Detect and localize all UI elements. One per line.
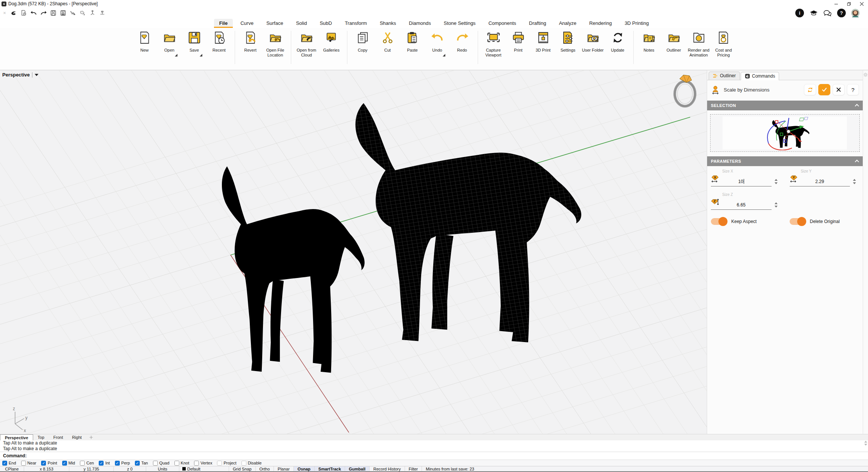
redo-button[interactable]: Redo [450,29,475,53]
history-scrollbar[interactable] [864,441,867,446]
ortho-pane[interactable]: Ortho [256,466,274,471]
viewport-dropdown-icon[interactable] [35,74,38,76]
brand-swoosh-icon[interactable] [9,9,19,17]
capture-viewport-button[interactable]: Capture Viewport [481,29,506,58]
record-history-pane[interactable]: Record History [370,466,405,471]
toggle-switch[interactable] [790,218,805,225]
tab-analyze[interactable]: Analyze [554,19,582,28]
new-button[interactable]: New [132,29,157,53]
viewport-title[interactable]: Perspective [2,72,38,78]
open-file-location-button[interactable]: Open File Location [263,29,288,58]
revert-button[interactable]: Revert [238,29,263,58]
tab-diamonds[interactable]: Diamonds [403,19,436,28]
selection-section-header[interactable]: SELECTION [707,101,863,110]
help-icon[interactable]: ? [837,9,846,17]
3d-print-button[interactable]: 3D Print [531,29,556,58]
file-properties-icon[interactable] [19,9,29,17]
tab-curve[interactable]: Curve [235,19,259,28]
size-z-field[interactable]: Size Z Z 6.65 [711,192,779,210]
notes-button[interactable]: Notes [637,29,662,58]
gumball-icon[interactable] [87,9,97,17]
restore-button[interactable] [842,0,855,8]
tab-shanks[interactable]: Shanks [374,19,401,28]
panel-gear-icon[interactable] [863,72,868,79]
size-y-value[interactable]: 2.29 [790,179,850,186]
tab-outliner[interactable]: Outliner [709,72,740,80]
osnap-int[interactable]: ✓Int [99,461,110,466]
delete-original-toggle[interactable]: Delete Original [790,218,858,225]
command-history[interactable]: Tap Alt to make a duplicate Tap Alt to m… [0,440,868,452]
cancel-button[interactable] [833,84,845,95]
update-button[interactable]: Update [605,29,630,58]
osnap-vertex[interactable]: Vertex [194,461,212,466]
viewport-tab-perspective[interactable]: Perspective [0,434,33,440]
viewport-tab-top[interactable]: Top [33,434,49,440]
osnap-cen[interactable]: Cen [80,461,94,466]
close-button[interactable] [855,0,868,8]
recent-button[interactable]: Recent [207,29,232,53]
save-icon[interactable] [48,9,58,17]
filter-pane[interactable]: Filter [405,466,422,471]
selection-filter-icon[interactable] [78,9,87,17]
cplane-cell[interactable]: CPlane [0,466,24,471]
size-x-value[interactable]: 10 [711,179,772,186]
size-z-value[interactable]: 6.65 [711,202,772,209]
osnap-disable[interactable]: Disable [241,461,262,466]
tab-rendering[interactable]: Rendering [584,19,617,28]
save-button[interactable]: Save [182,29,207,53]
smarttrack-pane[interactable]: SmartTrack [315,466,345,471]
viewport-tab-front[interactable]: Front [49,434,68,440]
tab-solid[interactable]: Solid [291,19,312,28]
perspective-viewport[interactable]: z y x Perspective [0,70,707,434]
chat-icon[interactable] [823,9,832,17]
osnap-end[interactable]: ✓End [2,461,16,466]
layer-cell[interactable]: Default [179,466,229,471]
print-button[interactable]: Print [506,29,531,58]
osnap-project[interactable]: Project [217,461,236,466]
size-z-stepper[interactable] [773,202,779,210]
outliner-button[interactable]: Outliner [662,29,686,58]
redo-icon[interactable] [38,9,48,17]
tab-stone-settings[interactable]: Stone Settings [439,19,481,28]
tab-3d-printing[interactable]: 3D Printing [619,19,654,28]
info-icon[interactable]: i [795,9,804,17]
copy-button[interactable]: Copy [350,29,375,53]
osnap-knot[interactable]: Knot [174,461,189,466]
viewport-tab-right[interactable]: Right [67,434,86,440]
tab-subd[interactable]: SubD [315,19,338,28]
minimize-button[interactable] [830,0,842,8]
settings-button[interactable]: Settings [556,29,581,58]
planar-pane[interactable]: Planar [274,466,294,471]
education-icon[interactable] [809,9,818,17]
tab-commands[interactable]: Commands [741,72,779,80]
user-avatar[interactable] [851,9,860,17]
command-help-button[interactable]: ? [847,84,859,95]
cost-pricing-button[interactable]: Cost and Pricing [711,29,736,58]
parameters-section-header[interactable]: PARAMETERS [707,156,863,166]
record-history-icon[interactable] [97,9,107,17]
tab-drafting[interactable]: Drafting [524,19,552,28]
galleries-button[interactable]: Galleries [319,29,344,58]
cut-button[interactable]: Cut [375,29,400,53]
osnap-quad[interactable]: Quad [153,461,170,466]
size-x-stepper[interactable] [773,179,779,186]
osnap-point[interactable]: ✓Point [41,461,57,466]
size-y-field[interactable]: Size Y Y 2.29 [790,169,858,186]
qat-close-icon[interactable]: ✕ [3,11,6,15]
undo-icon[interactable] [29,9,38,17]
size-y-stepper[interactable] [851,179,857,186]
render-animation-button[interactable]: Render and Animation [686,29,711,58]
open-from-cloud-button[interactable]: Open from Cloud [294,29,319,58]
paste-button[interactable]: Paste [400,29,425,53]
user-folder-button[interactable]: User Folder [581,29,605,58]
gumball-pane[interactable]: Gumball [345,466,370,471]
tab-transform[interactable]: Transform [339,19,372,28]
osnap-pane[interactable]: Osnap [294,466,315,471]
repeat-command-button[interactable] [804,84,816,95]
tab-components[interactable]: Components [483,19,521,28]
toggle-switch[interactable] [711,218,727,225]
osnap-perp[interactable]: ✓Perp [115,461,130,466]
keep-aspect-toggle[interactable]: Keep Aspect [711,218,779,225]
size-x-field[interactable]: Size X X 10 [711,169,779,186]
new-viewport-icon[interactable] [86,434,96,440]
